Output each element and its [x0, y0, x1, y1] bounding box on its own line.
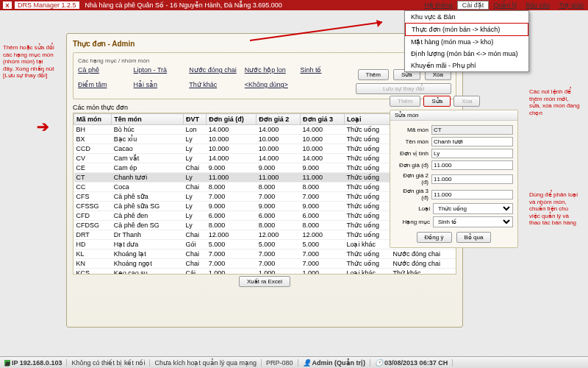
lbl-loai: Loại: [395, 205, 433, 212]
cat-label: Các hạng mục / nhóm món: [78, 57, 451, 64]
monitor-icon: ◼: [4, 360, 10, 366]
inp-g1[interactable]: [431, 160, 513, 170]
form-cancel-button[interactable]: Bỏ qua: [456, 232, 492, 243]
app-name: DRS Manager 1.2.5: [15, 1, 79, 9]
col-header[interactable]: Đơn giá (đ): [207, 114, 257, 125]
cat-item[interactable]: Nước hộp lon: [245, 66, 295, 79]
col-header[interactable]: Mã món: [74, 114, 112, 125]
svg-marker-1: [376, 20, 382, 27]
status-prp: PRP-080: [262, 359, 298, 367]
note-right2: Dùng để phân loại và nhóm món, chuẩn tiệ…: [529, 191, 581, 227]
sel-loai[interactable]: Thức uống: [433, 203, 513, 214]
item-add-button[interactable]: Thêm: [390, 96, 420, 107]
inp-dvt[interactable]: [431, 149, 513, 158]
category-grid: Cà phêLipton - TràNước đóng chaiNước hộp…: [78, 66, 350, 94]
item-edit-button[interactable]: Sửa: [423, 96, 451, 107]
menubar: Hệ thống Cài đặt Quản lý Báo cáo Trợ giú…: [420, 0, 588, 10]
table-row[interactable]: KLKhoáng lạtChai7.0007.0007.000Thức uống…: [74, 250, 456, 259]
edit-form: Sửa món Mã món Tên món Đơn vị tính Đơn g…: [390, 110, 518, 248]
menu-caidat[interactable]: Cài đặt: [457, 1, 490, 10]
lbl-g1: Đơn giá (đ): [395, 162, 431, 169]
user-icon: 👤: [303, 359, 311, 367]
cat-item[interactable]: Hải sản: [134, 81, 184, 94]
cat-item[interactable]: <Không dùng>: [245, 81, 295, 94]
export-excel-button[interactable]: Xuất ra Excel: [239, 276, 290, 287]
menu-baocao[interactable]: Báo cáo: [521, 1, 554, 9]
table-row[interactable]: KCSKẹo cao suCái1.0001.0001.000Loại khác…: [74, 269, 456, 275]
note-left: Thêm hoặc sửa đổi các hạng mục món (nhóm…: [3, 44, 54, 79]
cat-add-button[interactable]: Thêm: [358, 69, 389, 80]
svg-line-0: [250, 22, 382, 40]
status-net: Chưa kích hoạt quản lý qua mạng: [150, 359, 262, 367]
status-dev: Không có thiết bị kết nối: [67, 359, 150, 367]
inp-ten[interactable]: [431, 137, 513, 146]
settings-dropdown: Khu vực & Bàn Thực đơn (món bán -> khách…: [404, 10, 529, 72]
cat-item[interactable]: Sinh tố: [300, 66, 350, 79]
menu-hethong[interactable]: Hệ thống: [420, 1, 457, 9]
cat-item[interactable]: Điểm tâm: [78, 81, 128, 94]
category-group: Các hạng mục / nhóm món Cà phêLipton - T…: [73, 52, 456, 99]
lbl-dvt: Đơn vị tính: [395, 150, 431, 157]
table-row[interactable]: KNKhoáng ngọtChai7.0007.0007.000Thức uốn…: [74, 259, 456, 269]
dd-khuyenmai[interactable]: Khuyến mãi - Phụ phí: [405, 60, 528, 71]
close-icon[interactable]: X: [3, 1, 12, 9]
lbl-hm: Hạng mục: [395, 219, 433, 225]
status-user: 👤Admin (Quản trị): [298, 359, 371, 367]
edit-panel: Thêm Sửa Xóa Sửa món Mã món Tên món Đơn …: [390, 96, 518, 248]
clock-icon: 🕐: [375, 359, 383, 367]
cat-item[interactable]: Nước đóng chai: [189, 66, 239, 79]
status-time: 🕐03/08/2013 06:37 CH: [370, 359, 453, 367]
form-ok-button[interactable]: Đồng ý: [417, 232, 452, 243]
cat-item[interactable]: Cà phê: [78, 66, 128, 79]
lbl-g2: Đơn giá 2 (đ): [395, 172, 431, 185]
dd-dinhluong[interactable]: Định lượng (món bán <-> món mua): [405, 48, 528, 60]
menu-trogiup[interactable]: Trợ giúp: [554, 1, 588, 9]
arrow-row-icon: ➔: [37, 118, 49, 135]
lbl-ten: Tên món: [395, 138, 431, 145]
col-header[interactable]: Tên món: [112, 114, 184, 125]
dd-khuvuc[interactable]: Khu vực & Bàn: [405, 11, 528, 23]
sel-hm[interactable]: Sinh tố: [433, 216, 513, 227]
dd-mathang[interactable]: Mặt hàng (món mua -> kho): [405, 36, 528, 48]
dd-thucdon[interactable]: Thực đơn (món bán -> khách): [405, 23, 528, 36]
col-header[interactable]: ĐVT: [184, 114, 207, 125]
arrow-menu-icon: [250, 18, 397, 48]
form-title: Sửa món: [390, 110, 517, 121]
lbl-g3: Đơn giá 3 (đ): [395, 188, 431, 201]
inp-ma: [431, 125, 513, 135]
col-header[interactable]: Đơn giá 2: [257, 114, 301, 125]
status-ip: ◼IP 192.168.0.103: [0, 359, 67, 367]
col-header[interactable]: Loại: [344, 114, 390, 125]
cat-save-button[interactable]: Lưu sự thay đổi: [356, 83, 451, 94]
cat-item[interactable]: Lipton - Trà: [134, 66, 184, 79]
inp-g3[interactable]: [431, 190, 513, 199]
col-header[interactable]: Đơn giá 3: [301, 114, 345, 125]
lbl-ma: Mã món: [395, 127, 431, 133]
inp-g2[interactable]: [431, 174, 513, 184]
statusbar: ◼IP 192.168.0.103 Không có thiết bị kết …: [0, 356, 588, 368]
note-right1: Các nút lệnh để thêm món mới, sửa, xóa m…: [529, 88, 581, 116]
cat-item[interactable]: Thứ khác: [189, 81, 239, 94]
item-del-button[interactable]: Xóa: [453, 96, 480, 107]
menu-quanly[interactable]: Quản lý: [489, 1, 521, 9]
window-title: Nhà hàng cà phê Quân Số - 16 Nguyễn Hành…: [85, 1, 282, 9]
